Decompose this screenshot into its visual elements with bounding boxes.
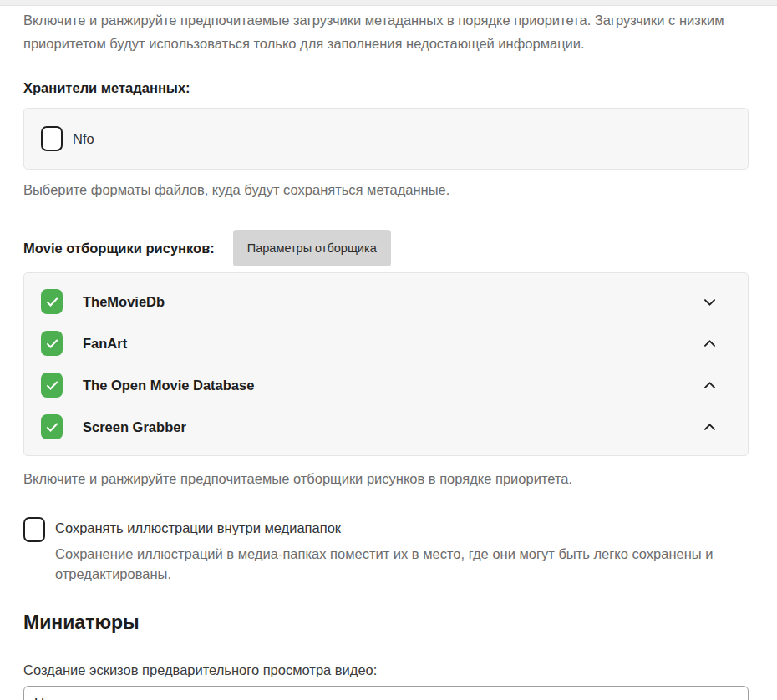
video-preview-select-wrap: Никогда: [23, 686, 749, 700]
image-fetchers-label: Movie отборщики рисунков:: [23, 241, 215, 256]
image-fetchers-header: Movie отборщики рисунков: Параметры отбо…: [23, 230, 749, 266]
image-fetchers-list: TheMovieDb FanArt The Open Movie Databas…: [23, 272, 749, 456]
fetcher-row-themoviedb[interactable]: TheMovieDb: [24, 281, 748, 322]
fetcher-name: FanArt: [83, 336, 702, 352]
metadata-savers-help-text: Выберите форматы файлов, куда будут сохр…: [23, 180, 749, 200]
settings-page: Включите и ранжируйте предпочитаемые заг…: [0, 8, 777, 700]
save-artwork-text: Сохранять иллюстрации внутри медиапапок …: [55, 515, 724, 584]
save-artwork-checkbox[interactable]: [23, 517, 45, 542]
check-icon: [44, 419, 60, 435]
screen-grabber-checkbox[interactable]: [41, 414, 63, 439]
chevron-up-icon[interactable]: [702, 419, 718, 435]
video-preview-select[interactable]: Никогда: [23, 686, 749, 700]
chevron-up-icon[interactable]: [702, 336, 718, 352]
fetcher-name: The Open Movie Database: [83, 378, 702, 393]
check-icon: [44, 378, 60, 393]
save-artwork-description: Сохранение иллюстраций в медиа-папках по…: [55, 544, 724, 584]
fetcher-row-fanart[interactable]: FanArt: [24, 322, 748, 364]
fanart-checkbox[interactable]: [41, 331, 63, 356]
save-artwork-label: Сохранять иллюстрации внутри медиапапок: [55, 515, 724, 540]
fetcher-row-omdb[interactable]: The Open Movie Database: [24, 364, 748, 406]
themoviedb-checkbox[interactable]: [41, 289, 63, 314]
metadata-savers-panel: Nfo: [23, 108, 749, 170]
chevron-up-icon[interactable]: [702, 378, 718, 393]
previous-section-edge: [0, 0, 777, 6]
fetcher-row-screen-grabber[interactable]: Screen Grabber: [24, 406, 748, 448]
nfo-checkbox-label: Nfo: [73, 131, 94, 147]
check-icon: [44, 294, 60, 310]
omdb-checkbox[interactable]: [41, 373, 63, 398]
nfo-checkbox[interactable]: [41, 126, 63, 151]
check-icon: [44, 336, 60, 352]
fetcher-settings-button[interactable]: Параметры отборщика: [233, 230, 391, 266]
chevron-down-icon[interactable]: [702, 294, 718, 310]
fetcher-name: Screen Grabber: [83, 419, 702, 435]
metadata-savers-label: Хранители метаданных:: [23, 80, 749, 96]
thumbnails-heading: Миниатюры: [23, 611, 749, 634]
save-artwork-setting: Сохранять иллюстрации внутри медиапапок …: [23, 515, 749, 584]
image-fetchers-help-text: Включите и ранжируйте предпочитаемые отб…: [23, 469, 749, 489]
video-preview-label: Создание эскизов предварительного просмо…: [23, 662, 749, 678]
metadata-downloaders-help-text: Включите и ранжируйте предпочитаемые заг…: [23, 8, 749, 55]
fetcher-name: TheMovieDb: [83, 294, 702, 310]
metadata-saver-nfo-row[interactable]: Nfo: [41, 126, 731, 151]
